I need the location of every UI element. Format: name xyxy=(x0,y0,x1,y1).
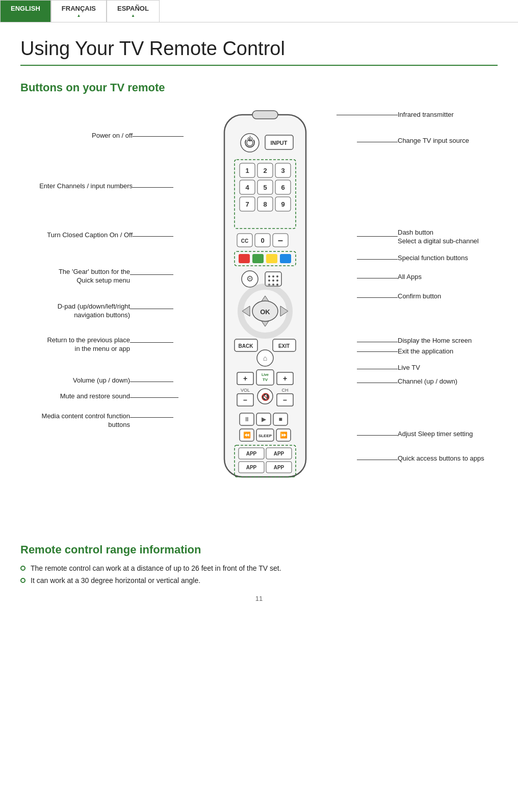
line-channel xyxy=(357,383,398,383)
svg-point-44 xyxy=(268,280,270,282)
svg-text:VOL: VOL xyxy=(241,388,250,393)
label-media: Media content control function buttons xyxy=(20,412,130,429)
line-dpad xyxy=(130,309,173,309)
line-back xyxy=(130,342,173,343)
svg-text:EXIT: EXIT xyxy=(278,343,290,349)
language-tabs: ENGLISH FRANÇAIS ▲ ESPAÑOL ▲ xyxy=(0,0,518,22)
svg-point-49 xyxy=(276,284,278,286)
svg-text:BACK: BACK xyxy=(239,343,254,349)
svg-text:+: + xyxy=(283,374,287,383)
svg-text:INPUT: INPUT xyxy=(271,140,288,146)
bullet-text-2: It can work at a 30 degree horizontal or… xyxy=(31,576,200,585)
label-gear: The 'Gear' button for theQuick setup men… xyxy=(20,268,130,285)
tab-english-label: ENGLISH xyxy=(11,5,40,12)
label-dash: Dash buttonSelect a digital sub-channel xyxy=(398,229,510,246)
svg-text:3: 3 xyxy=(281,167,284,174)
svg-text:TV: TV xyxy=(263,377,268,382)
label-cc: Turn Closed Caption On / Off xyxy=(20,231,133,240)
line-gear xyxy=(130,274,173,275)
label-home: Display the Home screen xyxy=(398,337,510,345)
line-exit xyxy=(357,351,398,352)
svg-text:⌂: ⌂ xyxy=(263,354,267,362)
bullet-item-1: The remote control can work at a distanc… xyxy=(20,564,498,572)
label-allapps: All Apps xyxy=(398,273,510,282)
main-content: Using Your TV Remote Control Buttons on … xyxy=(0,22,518,618)
label-channel: Channel (up / down) xyxy=(398,377,510,386)
svg-text:2: 2 xyxy=(263,167,267,174)
bottom-section: Remote control range information The rem… xyxy=(20,543,498,585)
svg-text:–: – xyxy=(243,396,247,404)
svg-text:4: 4 xyxy=(245,184,249,191)
page-title: Using Your TV Remote Control xyxy=(20,38,498,66)
tab-english[interactable]: ENGLISH xyxy=(0,0,51,22)
svg-text:6: 6 xyxy=(281,184,284,191)
label-special: Special function buttons xyxy=(398,254,510,263)
svg-text:⏪: ⏪ xyxy=(243,431,251,439)
label-sleep: Adjust Sleep timer setting xyxy=(398,430,510,439)
label-back: Return to the previous placein the menu … xyxy=(20,336,130,353)
label-livetv: Live TV xyxy=(398,364,510,372)
label-infrared: Infrared transmitter xyxy=(398,111,510,119)
svg-point-46 xyxy=(276,280,278,282)
svg-text:8: 8 xyxy=(263,200,267,208)
bullet-list: The remote control can work at a distanc… xyxy=(20,564,498,585)
line-mute xyxy=(130,397,178,398)
line-allapps xyxy=(357,278,398,278)
tab-espanol[interactable]: ESPAÑOL ▲ xyxy=(107,0,160,22)
line-power xyxy=(133,136,184,137)
svg-text:1: 1 xyxy=(245,167,249,174)
svg-text:APP: APP xyxy=(274,465,284,470)
svg-point-45 xyxy=(272,280,274,282)
svg-text:⚙: ⚙ xyxy=(246,274,253,283)
line-home xyxy=(357,342,398,342)
section-buttons-title: Buttons on your TV remote xyxy=(20,81,498,94)
tab-espanol-label: ESPAÑOL xyxy=(117,5,149,12)
svg-text:CC: CC xyxy=(241,238,248,244)
label-dpad: D-pad (up/down/left/rightnavigation butt… xyxy=(20,302,130,320)
label-volume: Volume (up / down) xyxy=(20,376,130,385)
svg-text:5: 5 xyxy=(263,184,267,191)
bullet-text-1: The remote control can work at a distanc… xyxy=(31,564,281,572)
label-quickaccess: Quick access buttons to apps xyxy=(398,454,510,463)
svg-text:CH: CH xyxy=(282,388,289,393)
line-input xyxy=(357,142,398,142)
svg-text:7: 7 xyxy=(245,200,249,208)
svg-text:APP: APP xyxy=(246,465,257,470)
svg-rect-36 xyxy=(266,254,277,263)
line-cc xyxy=(133,236,173,237)
svg-text:🔇: 🔇 xyxy=(261,393,270,401)
svg-text:SLEEP: SLEEP xyxy=(258,434,272,438)
line-infrared xyxy=(336,115,398,115)
label-channels: Enter Channels / input numbers xyxy=(20,182,133,191)
section-range-title: Remote control range information xyxy=(20,543,498,556)
line-livetv xyxy=(357,369,398,369)
line-quickaccess xyxy=(357,460,398,460)
label-power: Power on / off xyxy=(20,132,133,140)
svg-text:–: – xyxy=(278,235,283,245)
label-mute: Mute and restore sound xyxy=(20,392,130,401)
line-volume xyxy=(130,382,173,382)
tab-francais[interactable]: FRANÇAIS ▲ xyxy=(51,0,107,22)
svg-text:OK: OK xyxy=(260,308,270,316)
label-exit: Exit the application xyxy=(398,347,510,356)
svg-rect-37 xyxy=(280,254,291,263)
svg-text:▶: ▶ xyxy=(262,416,267,423)
tab-francais-label: FRANÇAIS xyxy=(62,5,96,12)
label-input: Change TV input source xyxy=(398,137,510,145)
svg-rect-1 xyxy=(252,111,278,119)
svg-text:9: 9 xyxy=(281,200,284,208)
svg-text:APP: APP xyxy=(274,451,284,456)
svg-point-42 xyxy=(272,275,274,277)
label-confirm: Confirm button xyxy=(398,292,510,301)
remote-diagram: ⏻ INPUT 1 2 3 xyxy=(20,105,510,523)
bullet-item-2: It can work at a 30 degree horizontal or… xyxy=(20,576,498,585)
svg-text:Live: Live xyxy=(262,373,269,376)
svg-text:■: ■ xyxy=(278,416,282,423)
line-dash xyxy=(357,236,398,237)
svg-text:⏩: ⏩ xyxy=(280,431,288,439)
svg-text:⏸: ⏸ xyxy=(244,416,250,423)
svg-point-43 xyxy=(276,275,278,277)
svg-text:APP: APP xyxy=(246,451,257,456)
espanol-arrow-icon: ▲ xyxy=(131,13,135,18)
francais-arrow-icon: ▲ xyxy=(76,13,81,18)
